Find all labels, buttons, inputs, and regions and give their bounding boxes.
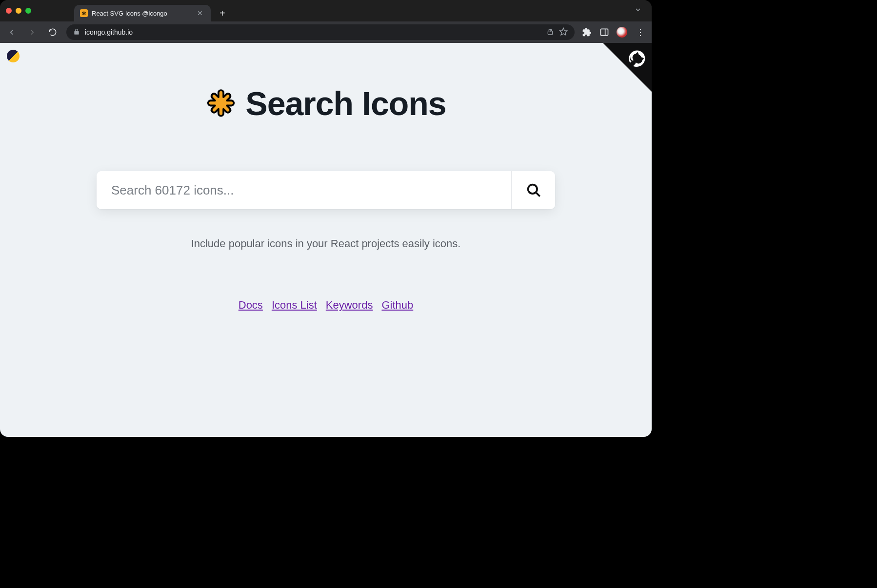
new-tab-button[interactable]: +	[215, 6, 230, 21]
extension-icons: ⋮	[581, 27, 647, 38]
browser-toolbar: icongo.github.io ⋮	[0, 21, 652, 43]
link-keywords[interactable]: Keywords	[326, 299, 373, 312]
tab-close-button[interactable]: ✕	[195, 9, 205, 17]
window-minimize-button[interactable]	[16, 8, 21, 14]
window-maximize-button[interactable]	[25, 8, 31, 14]
github-cat-icon	[625, 46, 650, 71]
search-icon	[525, 182, 542, 198]
tabs-dropdown-button[interactable]	[630, 6, 646, 16]
browser-chrome: ✻ React SVG Icons @icongo ✕ + icongo.git…	[0, 0, 652, 43]
extensions-button[interactable]	[581, 27, 592, 38]
search-box	[97, 171, 555, 209]
address-bar[interactable]: icongo.github.io	[66, 24, 575, 40]
github-corner-link[interactable]	[603, 43, 652, 92]
hero: Search Icons	[87, 84, 565, 122]
link-icons-list[interactable]: Icons List	[272, 299, 317, 312]
main-content: Search Icons Include popular icons in yo…	[87, 43, 565, 312]
tagline-text: Include popular icons in your React proj…	[87, 237, 565, 250]
browser-tab[interactable]: ✻ React SVG Icons @icongo ✕	[74, 5, 211, 21]
window-close-button[interactable]	[6, 8, 12, 14]
window-controls	[6, 8, 31, 14]
link-github[interactable]: Github	[381, 299, 413, 312]
url-text: icongo.github.io	[85, 28, 541, 36]
svg-rect-2	[601, 29, 608, 35]
search-button[interactable]	[511, 171, 555, 209]
sidepanel-icon[interactable]	[599, 27, 610, 38]
svg-marker-1	[560, 28, 567, 35]
back-button[interactable]	[5, 25, 19, 39]
browser-menu-button[interactable]: ⋮	[634, 27, 647, 38]
page-title: Search Icons	[245, 84, 446, 122]
forward-button[interactable]	[25, 25, 39, 39]
svg-point-4	[528, 185, 537, 194]
search-input[interactable]	[97, 171, 511, 209]
reload-button[interactable]	[46, 25, 60, 39]
footer-links: Docs Icons List Keywords Github	[87, 299, 565, 312]
link-docs[interactable]: Docs	[239, 299, 263, 312]
tab-title: React SVG Icons @icongo	[92, 10, 191, 17]
theme-toggle-button[interactable]	[7, 50, 20, 62]
share-icon[interactable]	[546, 28, 554, 37]
page-content: Search Icons Include popular icons in yo…	[0, 43, 652, 437]
svg-line-5	[536, 193, 539, 196]
tab-favicon-icon: ✻	[80, 9, 88, 17]
titlebar: ✻ React SVG Icons @icongo ✕ +	[0, 0, 652, 21]
profile-avatar[interactable]	[617, 27, 627, 38]
bookmark-star-icon[interactable]	[559, 27, 568, 38]
logo-asterisk-icon	[205, 88, 237, 119]
lock-icon	[73, 28, 80, 37]
